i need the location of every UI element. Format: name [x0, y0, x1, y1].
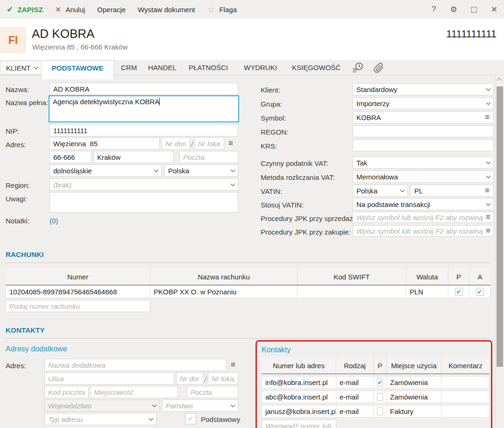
- nip-input[interactable]: [50, 124, 238, 136]
- col-p[interactable]: P: [448, 269, 469, 285]
- uwagi-textarea[interactable]: [50, 192, 238, 213]
- notatki-count-link[interactable]: (0): [50, 217, 58, 225]
- tab-podstawowe[interactable]: PODSTAWOWE: [41, 60, 114, 79]
- panstwo-dodatkowe-select[interactable]: Państwo: [162, 399, 238, 412]
- menu-icon[interactable]: ≡: [231, 361, 235, 369]
- regon-input[interactable]: [353, 125, 494, 137]
- jpk-purchase-input[interactable]: [353, 225, 494, 236]
- cell-adres[interactable]: abc@kobra.insert.pl: [262, 391, 336, 403]
- col-rodzaj[interactable]: Rodzaj: [336, 357, 374, 373]
- cell-miejsce[interactable]: Faktury: [387, 405, 441, 418]
- flag-button[interactable]: ☆ Flaga: [207, 4, 237, 15]
- krs-input[interactable]: [353, 139, 494, 151]
- help-button[interactable]: ?: [432, 5, 436, 14]
- adres-nr-lokalu-input[interactable]: [194, 137, 224, 150]
- cell-miejsce[interactable]: Zamówienia: [387, 376, 441, 389]
- maximize-button[interactable]: □: [471, 4, 477, 15]
- vatin-input[interactable]: [411, 185, 494, 197]
- p-checkbox[interactable]: [455, 288, 463, 296]
- nr-lokalu-input[interactable]: [208, 372, 238, 385]
- operations-menu-button[interactable]: Operacje: [97, 6, 126, 14]
- adres-nr-domu-input[interactable]: [162, 137, 190, 150]
- stosuj-vatin-select[interactable]: Na podstawie transakcji: [353, 198, 494, 210]
- p-checkbox[interactable]: [377, 407, 383, 415]
- cell-rodzaj[interactable]: e-mail: [336, 391, 374, 403]
- history-icon[interactable]: [351, 61, 364, 74]
- kontakty-new-row-input[interactable]: [262, 420, 336, 428]
- tab-platnosci[interactable]: PŁATNOŚCI: [189, 60, 228, 75]
- adres-kod-input[interactable]: [50, 151, 92, 163]
- col-waluta[interactable]: Waluta: [406, 269, 448, 285]
- region-select[interactable]: (brak): [50, 178, 238, 191]
- nazwa-dodatkowa-input[interactable]: [44, 359, 227, 371]
- rachunki-table-row[interactable]: 10204085-8997894756465464668 PKOBP XX O.…: [6, 285, 490, 298]
- panstwo-select[interactable]: Polska: [164, 164, 238, 177]
- nr-domu-input[interactable]: [176, 372, 203, 385]
- tab-handel[interactable]: HANDEL: [148, 60, 177, 75]
- adres-street-input[interactable]: [50, 137, 160, 150]
- col-p[interactable]: P: [374, 357, 387, 373]
- a-checkbox[interactable]: [476, 288, 484, 296]
- nazwa-input[interactable]: [50, 83, 238, 95]
- vat-active-select[interactable]: Tak: [353, 157, 494, 169]
- kod-pocztowy-input[interactable]: [44, 386, 89, 398]
- col-komentarz[interactable]: Komentarz: [441, 357, 490, 373]
- ulica-input[interactable]: [44, 372, 174, 385]
- cell-adres[interactable]: janusz@kobra.insert.pl: [262, 405, 336, 418]
- col-nazwa-rachunku[interactable]: Nazwa rachunku: [150, 269, 298, 285]
- jpk-sale-input[interactable]: [353, 212, 494, 223]
- kontakty-row[interactable]: info@kobra.insert.pl e-mail Zamówienia: [262, 376, 490, 389]
- kontakty-row[interactable]: abc@kobra.insert.pl e-mail Zamówienia: [262, 391, 490, 403]
- kontakty-row[interactable]: janusz@kobra.insert.pl e-mail Faktury: [262, 405, 490, 418]
- cell-nazwa-rachunku[interactable]: PKOBP XX O. w Poznaniu: [150, 285, 298, 298]
- tab-crm[interactable]: CRM: [121, 60, 137, 75]
- vatin-country-select[interactable]: Polska: [353, 185, 408, 197]
- close-button[interactable]: ✕: [491, 5, 497, 14]
- menu-icon[interactable]: ≡: [486, 213, 490, 221]
- paperclip-icon[interactable]: [373, 61, 385, 74]
- tab-wydruki[interactable]: WYDRUKI: [244, 60, 277, 75]
- gear-icon[interactable]: ⚙: [450, 5, 457, 14]
- cell-komentarz[interactable]: [441, 405, 490, 418]
- adres-poczta-input[interactable]: [179, 151, 238, 163]
- symbol-input[interactable]: [353, 111, 494, 123]
- p-checkbox[interactable]: [377, 393, 383, 401]
- vat-method-select[interactable]: Memoriałowa: [353, 171, 494, 183]
- menu-icon[interactable]: ≡: [486, 227, 490, 235]
- col-miejsce-uzycia[interactable]: Miejsce użycia: [387, 357, 441, 373]
- cell-komentarz[interactable]: [441, 376, 490, 389]
- scrollbar-thumb[interactable]: [497, 86, 503, 367]
- podstawowy-checkbox[interactable]: [185, 413, 196, 424]
- col-numer[interactable]: Numer: [6, 269, 150, 285]
- wojewodztwo-select[interactable]: dolnośląskie: [50, 164, 162, 177]
- col-kod-swift[interactable]: Kod SWIFT: [298, 269, 406, 285]
- save-button[interactable]: ✔ ZAPISZ: [7, 5, 43, 14]
- cell-waluta[interactable]: PLN: [406, 285, 448, 298]
- cell-miejsce[interactable]: Zamówienia: [387, 391, 441, 403]
- poczta-input[interactable]: [187, 386, 238, 398]
- menu-icon[interactable]: ≡: [228, 139, 233, 147]
- issue-document-button[interactable]: Wystaw dokument: [138, 6, 195, 14]
- col-a[interactable]: A: [469, 269, 490, 285]
- col-numer-lub-adres[interactable]: Numer lub adres: [262, 357, 336, 373]
- grupa-select[interactable]: Importerzy: [353, 97, 494, 109]
- menu-icon[interactable]: ≡: [485, 186, 490, 194]
- cancel-button[interactable]: ✕ Anuluj: [55, 5, 85, 14]
- cell-rodzaj[interactable]: e-mail: [336, 405, 374, 418]
- menu-icon[interactable]: ≡: [485, 113, 490, 121]
- wojewodztwo-dodatkowe-select[interactable]: Województwo: [44, 399, 160, 412]
- miejscowosc-input[interactable]: [90, 386, 178, 398]
- nazwa-pelna-textarea[interactable]: Agencja detektywistyczna KOBRA: [49, 95, 239, 122]
- rachunki-new-row-input[interactable]: [6, 300, 150, 312]
- typ-adresu-select[interactable]: Typ adresu: [44, 413, 156, 425]
- adres-miasto-input[interactable]: [93, 151, 174, 163]
- cell-adres[interactable]: info@kobra.insert.pl: [262, 376, 336, 389]
- context-dropdown-klient[interactable]: KLIENT: [0, 61, 44, 75]
- cell-numer[interactable]: 10204085-8997894756465464668: [6, 285, 150, 298]
- cell-rodzaj[interactable]: e-mail: [336, 376, 374, 389]
- tab-ksiegowosc[interactable]: KSIĘGOWOŚĆ: [292, 60, 341, 75]
- p-checkbox[interactable]: [377, 378, 383, 386]
- cell-kod-swift[interactable]: [298, 285, 406, 298]
- klient-select[interactable]: Standardowy: [353, 83, 494, 95]
- cell-komentarz[interactable]: [441, 391, 490, 403]
